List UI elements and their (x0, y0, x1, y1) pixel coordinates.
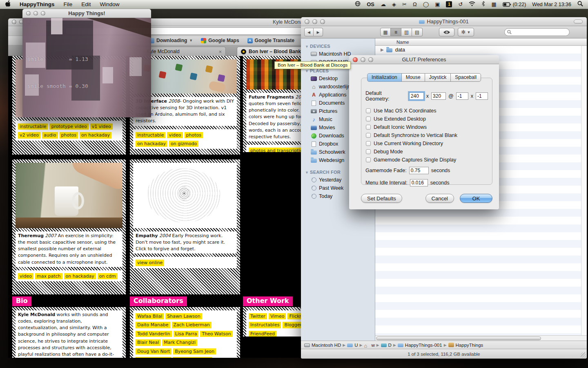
chat-menu-extra[interactable]: ◯ (423, 1, 429, 7)
external-link[interactable]: FriendFeed (249, 331, 276, 337)
external-link[interactable]: Vimeo (269, 313, 286, 319)
collaborator-link[interactable]: Wafaa Bilal (136, 313, 164, 319)
ok-button[interactable]: OK (460, 194, 492, 203)
tab-joystick[interactable]: Joystick (425, 73, 451, 82)
checkbox-box[interactable] (366, 108, 371, 113)
bookmark-downloading[interactable]: Downloading ▼ (149, 38, 193, 43)
glut-checkbox[interactable]: Default Synchronize to Vertical Blank (365, 131, 488, 139)
disclosure-triangle-icon[interactable]: ▶ (381, 47, 384, 52)
collaborator-link[interactable]: Lisa Parra (174, 331, 199, 337)
name-column-header[interactable]: Name (375, 38, 587, 46)
collaborator-link[interactable]: Daito Manabe (136, 322, 170, 328)
icon-view-button[interactable]: ▦ (380, 28, 391, 36)
close-icon[interactable]: × (214, 49, 222, 55)
collaborator-link[interactable]: Mark Changizi (162, 339, 197, 346)
wifi-menu-extra[interactable] (469, 1, 475, 7)
action-button[interactable]: ✻▼ (458, 28, 474, 36)
cancel-button[interactable]: Cancel (425, 194, 454, 203)
glut-checkbox[interactable]: Use Extended Desktop (365, 115, 488, 123)
coverflow-view-button[interactable]: ▤ (412, 28, 423, 36)
tag-link[interactable]: v1 video (90, 123, 113, 130)
tag-link[interactable]: max patch (35, 273, 62, 279)
bluetooth-menu-extra[interactable] (481, 1, 485, 8)
collaborator-link[interactable]: Zach Lieberman (172, 322, 212, 328)
menu-idle-field[interactable] (410, 179, 428, 186)
set-defaults-button[interactable]: Set Defaults (361, 194, 402, 203)
os-menu-extra[interactable]: OS (367, 1, 374, 7)
path-crumb-desktop[interactable]: D (381, 343, 392, 348)
checkbox-box[interactable] (366, 141, 371, 146)
tag-link[interactable]: on gizmodo (169, 141, 198, 147)
tag-link[interactable]: instructable (18, 123, 48, 130)
collaborator-link[interactable]: Theo Watson (200, 331, 232, 337)
glut-checkbox[interactable]: Use Current Working Directory (365, 139, 488, 148)
gamemode-fade-field[interactable] (409, 167, 429, 174)
menu-edit[interactable]: Edit (81, 1, 91, 7)
tab-initialization[interactable]: Initialization (367, 73, 402, 82)
app-menu-happythings[interactable]: HappyThings (20, 1, 55, 7)
path-crumb-home[interactable]: w (364, 343, 374, 348)
battery-menu-extra[interactable]: (0:22) (503, 2, 526, 7)
path-crumb-happythings-app[interactable]: HappyThings (448, 343, 483, 348)
menu-clock[interactable]: Wed Mar 2 13:36 (532, 2, 571, 7)
finder-titlebar[interactable]: HappyThings-001 (301, 17, 587, 26)
menu-window[interactable]: Window (100, 1, 120, 7)
bookmark-google-translate[interactable]: A Google Translate (247, 38, 294, 43)
checkbox-box[interactable] (366, 157, 371, 162)
zoom-button[interactable] (41, 11, 45, 16)
display-menu-extra[interactable]: ▣ (435, 1, 440, 7)
path-crumb-macintosh-hd[interactable]: Macintosh HD (304, 343, 341, 348)
badge-app-menu-extra[interactable]: 1 (446, 1, 452, 7)
forward-button[interactable]: ▶ (314, 28, 323, 36)
finder-search-field[interactable] (504, 28, 570, 36)
toolbar-toggle-button[interactable] (574, 20, 583, 24)
checkbox-box[interactable] (366, 133, 371, 138)
tag-link[interactable]: v2 video (18, 132, 40, 138)
minimize-button[interactable] (361, 57, 365, 62)
glut-checkbox[interactable]: Gamemode Captures Single Display (365, 156, 488, 164)
checkbox-box[interactable] (366, 117, 371, 121)
geometry-width-field[interactable] (409, 92, 424, 100)
geometry-x-field[interactable] (456, 92, 468, 100)
apple-menu[interactable] (5, 0, 11, 8)
bookmark-google-maps[interactable]: Google Maps (201, 38, 239, 43)
tag-link[interactable]: video (167, 132, 183, 138)
time-machine-menu-extra[interactable]: ↺ (458, 1, 463, 7)
tag-link[interactable]: photos and transcriptions (249, 148, 310, 152)
collaborator-link[interactable]: Doug Van Nort (136, 348, 172, 355)
tag-link[interactable]: photos (185, 132, 203, 138)
collaborator-link[interactable]: Byeong Sam Jeon (173, 348, 216, 355)
close-button[interactable] (305, 19, 310, 24)
spotlight-menu-extra[interactable] (577, 1, 583, 8)
tag-link[interactable]: prototype video (49, 123, 88, 130)
zoom-button[interactable] (368, 57, 373, 62)
column-view-button[interactable]: ▥ (401, 28, 412, 36)
checkbox-box[interactable] (366, 125, 371, 130)
glut-checkbox[interactable]: Debug Mode (365, 148, 488, 156)
cloud-menu-extra[interactable]: ☁ (381, 1, 386, 7)
collaborator-link[interactable]: Blair Neal (136, 339, 160, 346)
tag-link[interactable]: on hackaday (136, 141, 167, 147)
external-link[interactable]: Twitter (249, 313, 267, 319)
minimize-button[interactable] (33, 11, 38, 16)
tag-link[interactable]: on hackaday (64, 273, 96, 279)
zoom-button[interactable] (320, 19, 325, 24)
close-button[interactable] (12, 20, 16, 24)
devices-header[interactable]: ▼DEVICES (301, 42, 375, 50)
tag-link[interactable]: instructable (136, 132, 165, 138)
video-titlebar[interactable]: Happy Things! (22, 9, 151, 18)
glut-checkbox[interactable]: Default Iconic Windows (365, 123, 488, 131)
tab-spaceball[interactable]: Spaceball (450, 73, 481, 82)
tag-link[interactable]: view online (136, 260, 164, 266)
resize-grip[interactable] (581, 352, 586, 357)
keyboard-menu-extra[interactable]: ▦ (491, 1, 496, 7)
close-button[interactable] (26, 11, 31, 16)
collaborator-link[interactable]: Pauline Oliveros (173, 357, 212, 358)
quick-look-button[interactable] (439, 28, 454, 36)
audio-menu-extra[interactable]: Ω (413, 1, 417, 7)
dropbox-menu-extra[interactable]: ◈ (392, 1, 396, 7)
file-row-data[interactable]: ▶ data (375, 46, 587, 54)
geometry-y-field[interactable] (476, 92, 488, 100)
external-link[interactable]: Blogger (283, 322, 303, 328)
close-button[interactable] (353, 57, 358, 62)
